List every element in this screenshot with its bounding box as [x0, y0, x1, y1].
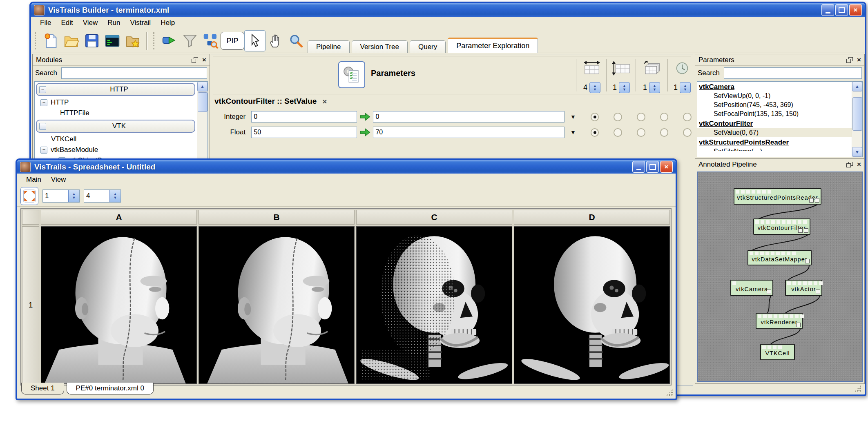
output-ports[interactable] — [767, 290, 771, 294]
close-button[interactable]: × — [660, 161, 673, 173]
float-to-input[interactable] — [373, 127, 564, 138]
close-panel-icon[interactable]: × — [202, 56, 206, 63]
dim-rows-spinner[interactable]: ▲▼ — [619, 82, 630, 93]
dim-sheets-spinner[interactable]: ▲▼ — [649, 82, 660, 93]
dimension-radio-5[interactable] — [683, 128, 692, 137]
pipeline-canvas[interactable]: vtkStructuredPointsReader vtkContourFilt… — [697, 172, 863, 382]
dimension-radio-2[interactable] — [614, 128, 622, 137]
scrollbar-thumb[interactable] — [852, 97, 862, 131]
sheet-rows-spinner[interactable]: ▲▼ — [68, 190, 79, 202]
tree-item-http[interactable]: − HTTP — [35, 97, 208, 108]
menu-vistrail[interactable]: Vistrail — [125, 18, 156, 28]
spin-down-icon[interactable]: ▼ — [683, 88, 687, 91]
interpolator-dropdown-icon[interactable]: ▼ — [570, 114, 576, 120]
sheet-cols-spinner[interactable]: ▲▼ — [109, 190, 120, 202]
pan-button[interactable] — [266, 31, 286, 51]
cell-a1[interactable] — [41, 226, 197, 384]
pipeline-module-vtkrenderer[interactable]: vtkRenderer — [756, 313, 803, 329]
param-item[interactable]: SetPosition(745, -453, 369) — [697, 100, 862, 109]
dimension-radio-1[interactable] — [591, 128, 599, 137]
column-header-d[interactable]: D — [514, 210, 670, 225]
input-ports[interactable] — [762, 345, 783, 349]
scrollbar-thumb[interactable] — [198, 92, 208, 112]
dimension-radio-3[interactable] — [637, 128, 645, 137]
scroll-down-icon[interactable]: ▼ — [852, 147, 862, 157]
spin-down-icon[interactable]: ▼ — [72, 196, 76, 200]
row-header-1[interactable]: 1 — [22, 226, 39, 384]
param-group-vtkcamera[interactable]: vtkCamera — [697, 82, 862, 91]
sheet-tab-1[interactable]: Sheet 1 — [21, 383, 64, 394]
input-ports[interactable] — [736, 190, 772, 194]
sheet-rows-input[interactable] — [43, 192, 68, 200]
pipeline-module-vtkcamera[interactable]: vtkCamera — [730, 280, 773, 296]
input-ports[interactable] — [758, 314, 804, 318]
column-header-b[interactable]: B — [199, 210, 355, 225]
interpolator-dropdown-icon[interactable]: ▼ — [570, 129, 576, 136]
spin-down-icon[interactable]: ▼ — [623, 88, 626, 91]
column-header-c[interactable]: C — [356, 210, 512, 225]
close-panel-icon[interactable]: × — [857, 161, 861, 168]
new-vistrail-button[interactable] — [41, 31, 61, 51]
tree-item-vtkcell[interactable]: VTKCell — [35, 134, 208, 145]
scroll-up-icon[interactable]: ▲ — [197, 82, 208, 91]
output-ports[interactable] — [816, 290, 820, 294]
dimension-radio-1[interactable] — [591, 113, 599, 121]
module-group-http[interactable]: − HTTP — [36, 83, 195, 96]
spreadsheet-resize-grip[interactable] — [666, 389, 673, 396]
dimension-radio-5[interactable] — [683, 113, 692, 121]
select-cursor-button[interactable] — [244, 30, 266, 51]
dimension-radio-4[interactable] — [660, 128, 669, 137]
save-vistrail-button[interactable] — [82, 31, 102, 51]
spin-down-icon[interactable]: ▼ — [114, 196, 117, 200]
cell-b1[interactable] — [199, 226, 355, 384]
modules-search-input[interactable] — [61, 67, 207, 79]
dimension-radio-4[interactable] — [660, 113, 669, 121]
explore-button[interactable] — [200, 31, 221, 51]
menu-main[interactable]: Main — [21, 174, 46, 185]
toolbar-grip[interactable] — [153, 32, 157, 49]
param-item[interactable]: SetFocalPoint(135, 135, 150) — [697, 109, 862, 118]
param-group-vtkstructuredpointsreader[interactable]: vtkStructuredPointsReader — [697, 137, 862, 147]
minimize-button[interactable] — [821, 4, 834, 16]
remove-method-icon[interactable]: × — [322, 98, 327, 105]
float-panel-icon[interactable] — [846, 57, 853, 63]
sheet-rows-spinbox[interactable]: ▲▼ — [42, 189, 80, 203]
sheet-tab-pe0[interactable]: PE#0 terminator.xml 0 — [67, 383, 154, 394]
tab-parameter-exploration[interactable]: Parameter Exploration — [448, 38, 538, 53]
toolbar-grip[interactable] — [35, 32, 39, 49]
maximize-button[interactable] — [835, 4, 848, 16]
open-vistrail-button[interactable] — [61, 31, 82, 51]
spreadsheet-titlebar[interactable]: VisTrails - Spreadsheet - Untitled × — [17, 160, 676, 174]
output-ports[interactable] — [798, 228, 808, 233]
pipeline-module-vtkcontourfilter[interactable]: vtkContourFilter — [753, 218, 810, 235]
collapse-icon[interactable]: − — [39, 123, 46, 130]
execute-button[interactable] — [159, 31, 180, 51]
param-group-vtkcontourfilter[interactable]: vtkContourFilter — [697, 118, 862, 128]
dim-time-spinner[interactable]: ▲▼ — [680, 82, 691, 93]
collapse-icon[interactable]: − — [40, 147, 47, 154]
filter-button[interactable] — [180, 31, 200, 51]
parameters-search-input[interactable] — [724, 67, 862, 79]
sheet-cols-input[interactable] — [84, 192, 109, 200]
tab-version-tree[interactable]: Version Tree — [352, 40, 408, 53]
maximize-button[interactable] — [646, 161, 659, 173]
scroll-up-icon[interactable]: ▲ — [852, 82, 862, 91]
tab-query[interactable]: Query — [410, 40, 446, 53]
close-panel-icon[interactable]: × — [857, 56, 861, 63]
tree-item-vtkbasemodule[interactable]: − vtkBaseModule — [35, 145, 208, 155]
bookmarks-button[interactable] — [123, 31, 143, 51]
close-button[interactable]: × — [849, 4, 862, 16]
param-item-selected[interactable]: SetValue(0, 67) — [697, 128, 862, 137]
cell-d1[interactable] — [514, 226, 670, 384]
spin-down-icon[interactable]: ▼ — [653, 88, 656, 91]
param-item[interactable]: SetViewUp(0, 0, -1) — [697, 91, 862, 100]
input-ports[interactable] — [750, 252, 797, 255]
column-header-a[interactable]: A — [41, 210, 197, 225]
input-ports[interactable] — [732, 281, 737, 285]
float-panel-icon[interactable] — [846, 162, 853, 167]
input-ports[interactable] — [755, 220, 808, 224]
pip-button[interactable]: PIP — [221, 32, 244, 50]
pipeline-module-vtkactor[interactable]: vtkActor — [785, 280, 822, 296]
output-ports[interactable] — [805, 259, 810, 263]
spin-down-icon[interactable]: ▼ — [593, 88, 597, 91]
